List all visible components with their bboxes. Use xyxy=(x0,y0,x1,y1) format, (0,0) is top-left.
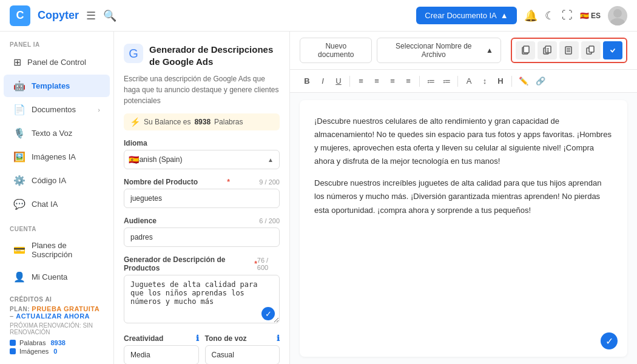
svg-rect-14 xyxy=(589,46,594,52)
sidebar-item-codigo-ia[interactable]: ⚙️ Código IA xyxy=(4,169,110,192)
toolbar-highlighted xyxy=(511,38,627,63)
sidebar-item-mi-cuenta[interactable]: 👤 Mi Cuenta xyxy=(4,266,110,288)
align-right-button[interactable]: ≡ xyxy=(385,75,400,87)
descripcion-wrapper: ✓ xyxy=(124,275,280,325)
hamburger-icon[interactable]: ☰ xyxy=(86,9,96,22)
plan-label: PLAN: PRUEBA GRATUITA – ACTUALIZAR AHORA xyxy=(10,305,104,320)
font-size-button[interactable]: A xyxy=(462,75,476,87)
creatividad-info-icon[interactable]: ℹ xyxy=(196,334,199,343)
toolbar-copy1-button[interactable] xyxy=(516,41,535,59)
editor-topbar: Nuevo documento Seleccionar Nombre de Ar… xyxy=(290,32,637,70)
idioma-select[interactable]: Spanish (Spain) English xyxy=(124,150,280,169)
toolbar-paste-special-button[interactable] xyxy=(603,41,622,59)
sidebar-item-imagenes-ia[interactable]: 🖼️ Imágenes IA xyxy=(4,146,110,168)
main-layout: PANEL IA ⊞ Panel de Control 🤖 Templates … xyxy=(0,32,637,364)
creatividad-select[interactable]: Media Alta Baja xyxy=(124,345,199,364)
form-description: Escribe una descripción de Google Ads qu… xyxy=(124,73,280,106)
imagenes-dot xyxy=(10,348,16,354)
italic-button[interactable]: I xyxy=(315,75,330,87)
align-left-button[interactable]: ≡ xyxy=(354,75,368,87)
toolbar-copy2-button[interactable] xyxy=(538,41,557,59)
prueba-link[interactable]: PRUEBA GRATUITA xyxy=(32,305,99,312)
descripcion-counter: 76 / 600 xyxy=(257,257,280,271)
sidebar-item-label: Documentos xyxy=(32,105,76,114)
darkmode-icon[interactable]: ☾ xyxy=(545,9,554,22)
form-header-icon: G xyxy=(124,44,143,63)
form-panel: G Generador de Descripciones de Google A… xyxy=(114,32,290,364)
language-label[interactable]: 🇪🇸 ES xyxy=(580,12,601,20)
nombre-counter: 9 / 200 xyxy=(259,178,280,186)
toolbar-copy3-button[interactable] xyxy=(559,41,579,59)
palabras-count: 8938 xyxy=(50,339,65,346)
sidebar-item-panel-control[interactable]: ⊞ Panel de Control xyxy=(4,51,110,73)
ordered-list-button[interactable]: ≔ xyxy=(423,75,438,87)
credits-section: Palabras 8938 Imágenes 0 xyxy=(10,339,104,355)
audience-group: Audience 6 / 200 xyxy=(124,217,280,247)
palabras-label: Palabras xyxy=(19,339,46,346)
texto-voz-icon: 🎙️ xyxy=(13,127,25,139)
sidebar-item-documentos[interactable]: 📄 Documentos › xyxy=(4,98,110,121)
codigo-icon: ⚙️ xyxy=(13,175,25,186)
proxima-renovacion: PRÓXIMA RENOVACIÓN: SIN RENOVACIÓN xyxy=(10,322,104,335)
pen-button[interactable]: ✏️ xyxy=(516,75,531,87)
seleccionar-nombre-button[interactable]: Seleccionar Nombre de Archivo ▲ xyxy=(377,38,501,63)
heading-button[interactable]: H xyxy=(493,75,508,87)
sidebar-item-label: Mi Cuenta xyxy=(32,272,67,281)
editor-panel: Nuevo documento Seleccionar Nombre de Ar… xyxy=(290,32,637,364)
svg-point-0 xyxy=(613,9,622,18)
palabras-dot xyxy=(10,340,16,346)
toolbar-copy4-button[interactable] xyxy=(581,41,601,59)
actualizar-link[interactable]: ACTUALIZAR AHORA xyxy=(16,312,90,320)
sidebar-item-chat-ia[interactable]: 💬 Chat IA xyxy=(4,193,110,215)
line-height-button[interactable]: ↕ xyxy=(477,75,492,87)
descripcion-textarea[interactable] xyxy=(124,275,280,323)
justify-button[interactable]: ≡ xyxy=(401,75,416,87)
content-paragraph-1: ¡Descubre nuestros celulares de alto ren… xyxy=(314,115,613,168)
search-icon[interactable]: 🔍 xyxy=(103,9,116,22)
tono-select[interactable]: Casual Formal xyxy=(205,345,280,364)
sidebar-item-label: Imágenes IA xyxy=(32,152,76,161)
sidebar-item-templates[interactable]: 🤖 Templates xyxy=(4,75,110,97)
crear-documento-button[interactable]: Crear Documento IA ▲ xyxy=(416,7,516,24)
nombre-input[interactable] xyxy=(124,189,280,208)
link-button[interactable]: 🔗 xyxy=(533,75,548,87)
creatividad-group: Creatividad ℹ Media Alta Baja xyxy=(124,334,199,364)
svg-rect-15 xyxy=(609,47,616,54)
mi-cuenta-icon: 👤 xyxy=(13,271,25,283)
notification-icon[interactable]: 🔔 xyxy=(524,9,538,22)
cuenta-label: CUENTA xyxy=(0,216,113,235)
balance-unit: Palabras xyxy=(214,118,243,126)
editor-content[interactable]: ¡Descubre nuestros celulares de alto ren… xyxy=(300,100,627,357)
descripcion-label: Generador de Descripción de Productos * … xyxy=(124,255,280,272)
sidebar-footer: CRÉDITOS AI PLAN: PRUEBA GRATUITA – ACTU… xyxy=(0,289,113,363)
format-toolbar: B I U ≡ ≡ ≡ ≡ ≔ ≔ A ↕ H ✏️ 🔗 xyxy=(290,70,637,93)
tono-info-icon[interactable]: ℹ xyxy=(277,334,280,343)
underline-button[interactable]: U xyxy=(331,75,346,87)
audience-counter: 6 / 200 xyxy=(259,217,280,224)
avatar[interactable] xyxy=(608,6,627,25)
nombre-producto-group: Nombre del Producto * 9 / 200 xyxy=(124,178,280,208)
idioma-label: Idioma xyxy=(124,139,280,147)
imagenes-icon: 🖼️ xyxy=(13,151,25,163)
unordered-list-button[interactable]: ≔ xyxy=(439,75,454,87)
chat-icon: 💬 xyxy=(13,198,25,210)
bold-button[interactable]: B xyxy=(300,75,314,87)
documentos-arrow-icon: › xyxy=(98,106,100,113)
planes-icon: 💳 xyxy=(13,244,25,256)
content-area: G Generador de Descripciones de Google A… xyxy=(114,32,637,364)
templates-icon: 🤖 xyxy=(13,80,25,92)
audience-input[interactable] xyxy=(124,228,280,247)
textarea-check-icon: ✓ xyxy=(261,307,275,320)
sidebar-item-label: Texto a Voz xyxy=(32,129,72,138)
sidebar-item-texto-voz[interactable]: 🎙️ Texto a Voz xyxy=(4,122,110,144)
editor-done-check-icon: ✓ xyxy=(601,332,618,349)
sidebar-item-planes[interactable]: 💳 Planes de Suscripción xyxy=(4,235,110,265)
align-center-button[interactable]: ≡ xyxy=(369,75,384,87)
nombre-label: Nombre del Producto * 9 / 200 xyxy=(124,178,280,186)
logo-text: Copyter xyxy=(38,9,79,22)
imagenes-count: 0 xyxy=(53,348,57,355)
panel-ia-label: PANEL IA xyxy=(0,32,113,50)
fullscreen-icon[interactable]: ⛶ xyxy=(562,9,573,22)
nuevo-documento-button[interactable]: Nuevo documento xyxy=(300,38,372,63)
palabras-credit-row: Palabras 8938 xyxy=(10,339,104,346)
